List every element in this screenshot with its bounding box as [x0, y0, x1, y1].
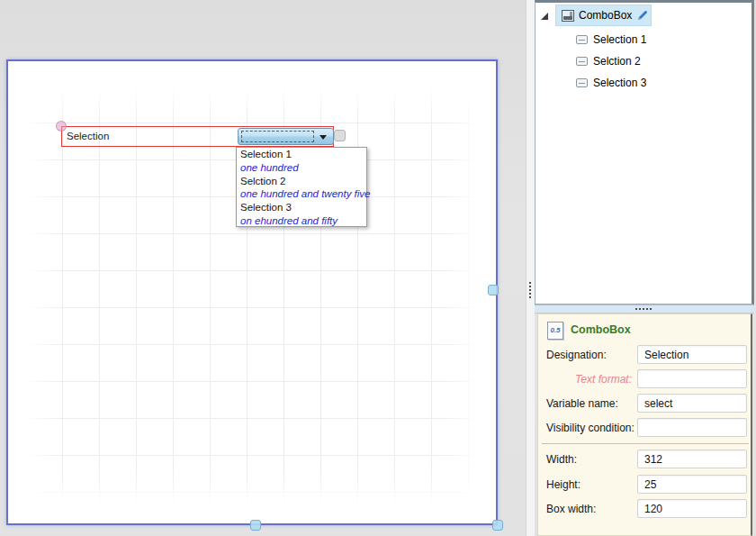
box-width-field[interactable]: [637, 499, 747, 518]
text-format-field[interactable]: [637, 369, 747, 388]
dropdown-option-value[interactable]: one hundred and twenty five: [237, 187, 366, 201]
dropdown-option[interactable]: Selction 2: [237, 175, 366, 188]
structure-tree-panel: ComboBox Selection 1 Selction 2 Selectio…: [535, 0, 754, 304]
combobox-scale-icon: 0.5: [547, 322, 563, 340]
properties-title: ComboBox: [571, 323, 631, 336]
canvas-resize-handle-bottom[interactable]: [250, 520, 261, 531]
dropdown-option[interactable]: Selection 1: [237, 148, 366, 161]
properties-separator: [542, 443, 749, 444]
property-row-width: Width:: [538, 450, 753, 469]
variable-name-field[interactable]: [637, 394, 747, 413]
tree-expander-icon[interactable]: [541, 13, 548, 20]
property-row-variable-name: Variable name:: [538, 394, 753, 413]
dropdown-option-value[interactable]: on ehundred and fifty: [237, 214, 366, 228]
splitter-grip-dots: [529, 282, 531, 298]
widget-resize-handle-right[interactable]: [334, 130, 346, 141]
visibility-condition-label: Visibility condition:: [546, 418, 632, 438]
property-row-text-format: Text format:: [538, 369, 753, 389]
height-field[interactable]: [637, 475, 747, 494]
canvas-resize-handle-right[interactable]: [488, 285, 499, 295]
combobox-dropdown-list: Selection 1 one hundred Selction 2 one h…: [236, 147, 367, 227]
property-row-height: Height:: [538, 475, 753, 495]
tree-node-selection-1[interactable]: Selection 1: [536, 32, 752, 50]
width-field[interactable]: [637, 450, 747, 468]
combobox-control[interactable]: [238, 128, 334, 145]
vertical-splitter[interactable]: [526, 0, 535, 536]
dropdown-option-value[interactable]: one hundred: [237, 161, 366, 175]
tree-node-label: Selection 3: [593, 75, 646, 92]
visibility-condition-field[interactable]: [637, 418, 747, 437]
dropdown-option[interactable]: Selection 3: [237, 201, 366, 214]
property-row-designation: Designation:: [538, 345, 753, 365]
tree-node-selction-2[interactable]: Selction 2: [536, 53, 752, 71]
combobox-widget-selection-outline[interactable]: Selection: [61, 126, 334, 147]
designation-field[interactable]: [637, 345, 747, 364]
tree-node-combobox[interactable]: ComboBox: [555, 5, 652, 26]
height-label: Height:: [546, 475, 632, 495]
box-width-label: Box width:: [546, 499, 632, 519]
canvas-resize-handle-bottom-right[interactable]: [492, 520, 503, 531]
tree-node-label: Selction 2: [593, 53, 641, 70]
dropdown-arrow-icon[interactable]: [320, 135, 327, 140]
properties-panel: 0.5 ComboBox Designation: Text format: V…: [537, 313, 752, 536]
splitter-grip-dots: [635, 308, 652, 310]
width-label: Width:: [546, 450, 632, 469]
form-designer-window: Selection Selection 1 one hundred Selcti…: [0, 0, 756, 536]
widget-rotate-handle[interactable]: [56, 121, 67, 132]
widget-designation-label: Selection: [67, 127, 109, 146]
combobox-focus-rect: [241, 131, 314, 142]
list-entry-icon: [576, 78, 588, 87]
text-format-label: Text format:: [546, 369, 632, 389]
list-entry-icon: [576, 57, 588, 66]
horizontal-splitter[interactable]: [535, 304, 754, 313]
tree-node-label: Selection 1: [593, 32, 646, 49]
list-entry-icon: [576, 35, 588, 44]
variable-name-label: Variable name:: [546, 394, 632, 413]
combobox-node-icon: [562, 10, 574, 22]
property-row-box-width: Box width:: [538, 499, 753, 519]
tree-node-label: ComboBox: [579, 5, 632, 25]
designation-label: Designation:: [546, 345, 632, 365]
property-row-visibility-condition: Visibility condition:: [538, 418, 753, 438]
tree-node-selection-3[interactable]: Selection 3: [536, 75, 752, 93]
edit-pencil-icon[interactable]: [636, 9, 649, 22]
